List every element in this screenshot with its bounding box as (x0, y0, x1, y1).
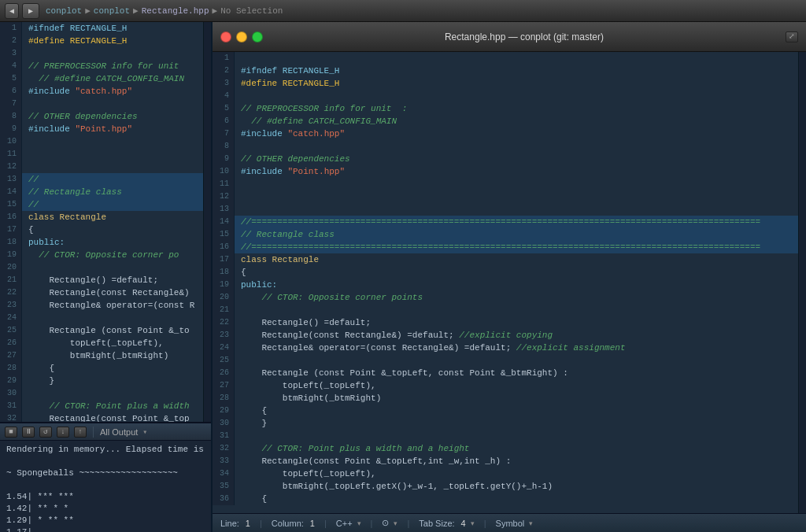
line-content[interactable]: } (235, 417, 798, 430)
line-content[interactable]: // CTOR: Point plus a width (22, 400, 203, 412)
status-encoding[interactable]: ⊙ ▾ (382, 518, 397, 528)
line-content[interactable] (235, 304, 798, 316)
line-content[interactable]: //======================================… (235, 216, 798, 228)
line-content[interactable]: #define RECTANGLE_H (22, 35, 203, 47)
line-content[interactable]: // CTOR: Opposite corner points (235, 291, 798, 304)
left-code-area[interactable]: 1#ifndef RECTANGLE_H2#define RECTANGLE_H… (0, 22, 203, 422)
line-content[interactable]: Rectangle(const Rectangle&) (22, 286, 203, 299)
output-dropdown-arrow[interactable]: ▾ (142, 427, 147, 437)
line-content[interactable]: //======================================… (235, 241, 798, 253)
line-content[interactable]: btmRight(_topLeft.getX()+_w-1, _topLeft.… (235, 480, 798, 493)
output-pause-button[interactable]: ⏸ (22, 427, 35, 438)
line-number: 16 (213, 241, 235, 253)
line-content[interactable] (22, 261, 203, 274)
line-content[interactable]: topLeft(_topLeft), (22, 337, 203, 349)
maximize-button[interactable] (252, 31, 263, 42)
output-refresh-button[interactable]: ↺ (39, 427, 52, 438)
line-content[interactable] (235, 354, 798, 367)
line-content[interactable]: // (22, 198, 203, 211)
line-content[interactable] (235, 203, 798, 216)
line-content[interactable]: { (235, 405, 798, 417)
tab-dropdown-arrow[interactable]: ▾ (471, 519, 475, 527)
line-content[interactable]: { (22, 224, 203, 236)
line-content[interactable]: #ifndef RECTANGLE_H (22, 22, 203, 35)
line-content[interactable] (22, 387, 203, 400)
line-content[interactable]: #ifndef RECTANGLE_H (235, 65, 798, 77)
line-content[interactable]: Rectangle (const Point &_topLeft, const … (235, 367, 798, 379)
editor-code-area[interactable]: 1 2#ifndef RECTANGLE_H3#define RECTANGLE… (213, 52, 806, 513)
line-content[interactable]: Rectangle() =default; (235, 316, 798, 329)
line-content[interactable] (235, 190, 798, 203)
line-content[interactable]: class Rectangle (22, 211, 203, 224)
status-tab-size[interactable]: Tab Size: 4 ▾ (419, 519, 474, 528)
line-content[interactable]: btmRight(_btmRight) (22, 349, 203, 362)
line-content[interactable]: { (235, 266, 798, 279)
left-scrollbar[interactable] (203, 22, 211, 422)
line-content[interactable] (22, 98, 203, 110)
line-content[interactable]: #include "catch.hpp" (22, 85, 203, 98)
line-content[interactable]: #include "Point.hpp" (22, 123, 203, 135)
line-content[interactable] (22, 161, 203, 173)
line-content[interactable] (235, 52, 798, 65)
line-content[interactable] (22, 135, 203, 148)
breadcrumb-item-3[interactable]: Rectangle.hpp (142, 6, 209, 16)
line-content[interactable]: Rectangle(const Point &_top (22, 412, 203, 422)
line-content[interactable] (235, 140, 798, 153)
status-lang[interactable]: C++ ▾ (336, 519, 361, 528)
line-content[interactable]: Rectangle& operator=(const R (22, 299, 203, 312)
line-content[interactable]: // PREPROCESSOR info for unit (22, 60, 203, 72)
line-content[interactable]: #include "Point.hpp" (235, 165, 798, 178)
line-content[interactable] (235, 430, 798, 442)
line-content[interactable]: class Rectangle (235, 253, 798, 266)
line-content[interactable] (235, 178, 798, 190)
line-content[interactable]: // Rectangle class (22, 186, 203, 198)
right-scrollbar[interactable] (798, 52, 806, 513)
line-content[interactable]: Rectangle(const Rectangle&) =default; //… (235, 329, 798, 342)
right-code-lines[interactable]: 1 2#ifndef RECTANGLE_H3#define RECTANGLE… (213, 52, 798, 513)
line-content[interactable]: #include "catch.hpp" (235, 127, 798, 140)
expand-button[interactable]: ⤢ (786, 31, 798, 42)
line-content[interactable]: Rectangle& operator=(const Rectangle&) =… (235, 342, 798, 354)
code-line-19: 19public: (213, 279, 798, 291)
line-content[interactable]: // OTHER dependencies (235, 153, 798, 165)
breadcrumb-item-2[interactable]: conplot (94, 6, 130, 16)
line-content[interactable]: { (22, 362, 203, 375)
minimize-button[interactable] (236, 31, 247, 42)
line-content[interactable]: // #define CATCH_CONFIG_MAIN (235, 115, 798, 127)
line-content[interactable]: // (22, 173, 203, 186)
line-content[interactable]: topLeft(_topLeft), (235, 379, 798, 392)
close-button[interactable] (220, 31, 231, 42)
line-content[interactable]: // #define CATCH_CONFIG_MAIN (22, 72, 203, 85)
line-content[interactable]: // CTOR: Point plus a width and a height (235, 442, 798, 455)
line-content[interactable] (22, 47, 203, 60)
line-content[interactable]: // OTHER dependencies (22, 110, 203, 123)
back-button[interactable]: ◀ (5, 3, 19, 19)
line-content[interactable]: Rectangle(const Point &_topLeft,int _w,i… (235, 455, 798, 467)
forward-button[interactable]: ▶ (22, 3, 39, 19)
symbol-dropdown-arrow[interactable]: ▾ (529, 519, 533, 527)
line-content[interactable]: btmRight(_btmRight) (235, 392, 798, 405)
line-content[interactable]: public: (235, 279, 798, 291)
line-content[interactable]: // CTOR: Opposite corner po (22, 249, 203, 261)
output-up-button[interactable]: ↑ (74, 427, 87, 438)
output-stop-button[interactable]: ■ (5, 427, 17, 438)
line-content[interactable]: } (22, 375, 203, 387)
encoding-dropdown[interactable]: ▾ (394, 519, 397, 527)
code-line-28: 28 { (0, 362, 203, 375)
line-content[interactable]: #define RECTANGLE_H (235, 77, 798, 90)
lang-dropdown-arrow[interactable]: ▾ (357, 519, 361, 527)
status-symbol[interactable]: Symbol ▾ (496, 519, 534, 528)
line-content[interactable]: Rectangle (const Point &_to (22, 324, 203, 337)
line-content[interactable]: // Rectangle class (235, 228, 798, 241)
output-down-button[interactable]: ↓ (57, 427, 69, 438)
line-content[interactable] (22, 148, 203, 161)
line-content[interactable] (235, 90, 798, 102)
line-content[interactable]: public: (22, 236, 203, 249)
breadcrumb-item-1[interactable]: conplot (46, 6, 82, 16)
line-content[interactable]: // PREPROCESSOR info for unit : (235, 102, 798, 115)
line-content[interactable]: Rectangle() =default; (22, 274, 203, 286)
code-line-21: 21 (213, 304, 798, 316)
line-content[interactable]: { (235, 493, 798, 505)
line-content[interactable]: topLeft(_topLeft), (235, 467, 798, 480)
line-content[interactable] (22, 312, 203, 324)
